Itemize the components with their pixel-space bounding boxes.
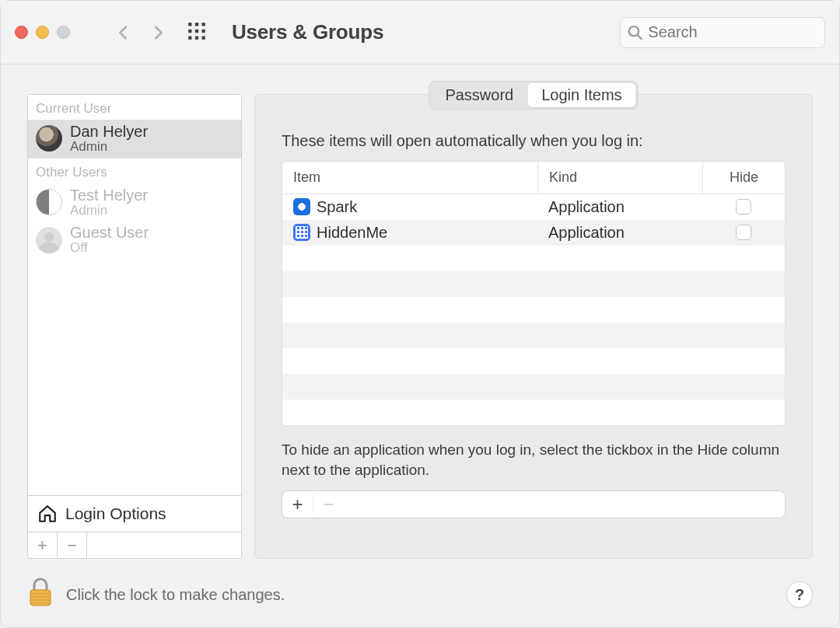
table-body: Spark Application HiddenMe Application [282, 194, 785, 425]
user-role: Admin [70, 140, 148, 155]
add-remove-login-item: + − [282, 490, 786, 518]
add-login-item-button[interactable]: + [282, 491, 313, 518]
remove-login-item-button: − [313, 491, 344, 518]
table-row-empty [282, 399, 785, 425]
table-row-empty [282, 246, 785, 271]
hide-checkbox[interactable] [736, 199, 751, 215]
help-button[interactable]: ? [786, 581, 813, 608]
search-icon [627, 23, 643, 42]
svg-rect-3 [188, 29, 191, 32]
login-items-panel: Password Login Items These items will op… [254, 94, 813, 559]
svg-rect-0 [188, 23, 191, 26]
table-row[interactable]: Spark Application [282, 194, 785, 220]
table-row-empty [282, 323, 785, 348]
user-row-guest-user[interactable]: Guest User Off [28, 221, 241, 259]
cell-item: HiddenMe [282, 224, 537, 242]
user-name: Dan Helyer [70, 123, 148, 140]
window-title: Users & Groups [232, 20, 383, 44]
avatar-icon [36, 125, 62, 152]
section-header-other-users: Other Users [28, 159, 241, 183]
avatar-icon [36, 189, 62, 215]
avatar-icon [36, 227, 62, 253]
forward-button [146, 21, 170, 44]
user-name: Guest User [70, 224, 149, 241]
footer: Click the lock to make changes. ? [1, 571, 839, 627]
svg-rect-7 [195, 36, 198, 39]
back-button [112, 21, 135, 44]
content-area: Current User Dan Helyer Admin Other User… [1, 65, 839, 571]
app-icon [293, 224, 310, 241]
item-name: Spark [317, 198, 357, 216]
lock-icon [27, 577, 54, 609]
svg-rect-2 [202, 23, 205, 26]
lock-button[interactable] [27, 577, 54, 612]
minimize-window-button[interactable] [36, 26, 49, 39]
preferences-window: Users & Groups Current User Dan Helyer A… [0, 0, 840, 628]
user-info: Test Helyer Admin [70, 187, 148, 218]
toolbar: Users & Groups [1, 1, 839, 65]
table-row-empty [282, 271, 785, 297]
column-header-item[interactable]: Item [282, 169, 537, 186]
login-items-description: These items will open automatically when… [282, 132, 786, 150]
tab-bar: Password Login Items [429, 81, 638, 110]
hide-checkbox[interactable] [736, 225, 751, 240]
tab-login-items[interactable]: Login Items [527, 83, 635, 107]
svg-rect-8 [202, 36, 205, 39]
grid-icon [187, 21, 207, 41]
user-row-current[interactable]: Dan Helyer Admin [28, 120, 241, 158]
window-controls [15, 26, 70, 39]
users-sidebar: Current User Dan Helyer Admin Other User… [27, 94, 242, 559]
cell-hide [702, 194, 785, 219]
user-role: Admin [70, 204, 148, 218]
item-name: HiddenMe [317, 224, 387, 242]
sidebar-footer: + − [28, 532, 241, 558]
zoom-window-button[interactable] [57, 26, 70, 39]
user-role: Off [70, 241, 149, 256]
svg-rect-6 [188, 36, 191, 39]
login-items-table: Item Kind Hide Spark Application [282, 161, 786, 426]
table-row-empty [282, 348, 785, 374]
table-row[interactable]: HiddenMe Application [282, 220, 785, 246]
svg-rect-4 [195, 29, 198, 32]
app-icon [293, 198, 310, 215]
chevron-right-icon [149, 21, 166, 44]
search-input[interactable] [648, 23, 818, 41]
cell-kind: Application [537, 220, 702, 245]
table-row-empty [282, 297, 785, 323]
section-header-current-user: Current User [28, 95, 241, 120]
login-options-label: Login Options [65, 504, 166, 523]
user-row-test-helyer[interactable]: Test Helyer Admin [28, 183, 241, 222]
login-options-button[interactable]: Login Options [28, 495, 241, 532]
table-row-empty [282, 374, 785, 399]
tab-password[interactable]: Password [431, 83, 527, 107]
close-window-button[interactable] [15, 26, 28, 39]
svg-line-10 [638, 35, 642, 39]
house-icon [37, 504, 58, 524]
remove-user-button: − [58, 532, 87, 558]
column-header-kind[interactable]: Kind [537, 162, 702, 194]
login-items-hint: To hide an application when you log in, … [282, 440, 786, 480]
chevron-left-icon [115, 21, 132, 44]
column-header-hide[interactable]: Hide [702, 162, 785, 194]
svg-rect-5 [202, 29, 205, 32]
lock-text: Click the lock to make changes. [66, 586, 285, 604]
cell-hide [702, 220, 785, 245]
cell-item: Spark [282, 198, 537, 216]
show-all-button[interactable] [187, 21, 207, 44]
user-info: Guest User Off [70, 224, 149, 256]
cell-kind: Application [537, 194, 702, 219]
table-header: Item Kind Hide [282, 162, 785, 194]
search-field[interactable] [620, 17, 825, 48]
user-name: Test Helyer [70, 187, 148, 204]
add-user-button: + [28, 532, 58, 558]
svg-rect-1 [195, 23, 198, 26]
user-info: Dan Helyer Admin [70, 123, 148, 155]
